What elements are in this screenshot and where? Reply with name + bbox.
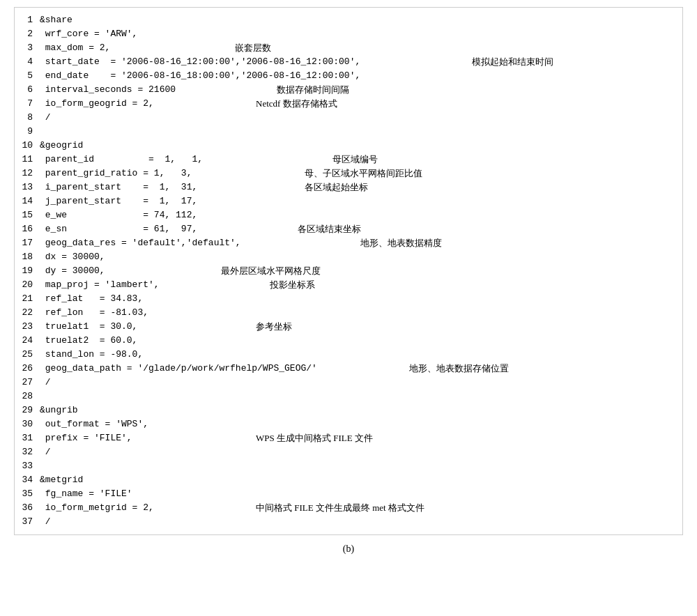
line-code: start_date = '2006-08-16_12:00:00','2006… <box>40 55 682 69</box>
line-code: / <box>40 445 682 459</box>
line-code: ref_lon = -81.03, <box>40 306 682 320</box>
line-code: geog_data_path = '/glade/p/work/wrfhelp/… <box>40 362 682 376</box>
line-annotation: 各区域起始坐标 <box>305 180 368 194</box>
code-line: 5 end_date = '2006-08-16_18:00:00','2006… <box>15 69 682 83</box>
line-number: 6 <box>15 83 40 97</box>
line-code: end_date = '2006-08-16_18:00:00','2006-0… <box>40 69 682 83</box>
line-code: &share <box>40 13 682 27</box>
code-line: 31 prefix = 'FILE',WPS 生成中间格式 FILE 文件 <box>15 431 682 445</box>
line-code: ref_lat = 34.83, <box>40 292 682 306</box>
code-line: 16 e_sn = 61, 97,各区域结束坐标 <box>15 222 682 236</box>
line-code: io_form_metgrid = 2,中间格式 FILE 文件生成最终 met… <box>40 501 682 515</box>
line-code: / <box>40 111 682 125</box>
line-code: e_sn = 61, 97,各区域结束坐标 <box>40 222 682 236</box>
line-annotation: 地形、地表数据精度 <box>360 236 442 250</box>
line-number: 22 <box>15 306 40 320</box>
line-number: 33 <box>15 459 40 473</box>
line-annotation: Netcdf 数据存储格式 <box>256 97 337 111</box>
line-number: 10 <box>15 139 40 153</box>
line-code: wrf_core = 'ARW', <box>40 27 682 41</box>
line-code: prefix = 'FILE',WPS 生成中间格式 FILE 文件 <box>40 431 682 445</box>
line-number: 1 <box>15 13 40 27</box>
line-number: 13 <box>15 180 40 194</box>
line-annotation: 参考坐标 <box>256 320 292 334</box>
line-number: 11 <box>15 153 40 167</box>
code-line: 37 / <box>15 515 682 529</box>
line-annotation: 数据存储时间间隔 <box>277 83 349 97</box>
line-annotation: 母区域编号 <box>332 153 378 167</box>
line-number: 28 <box>15 390 40 403</box>
line-code: io_form_geogrid = 2,Netcdf 数据存储格式 <box>40 97 682 111</box>
line-number: 17 <box>15 236 40 250</box>
code-line: 7 io_form_geogrid = 2,Netcdf 数据存储格式 <box>15 97 682 111</box>
code-line: 15 e_we = 74, 112, <box>15 208 682 222</box>
code-line: 26 geog_data_path = '/glade/p/work/wrfhe… <box>15 362 682 376</box>
line-annotation: 中间格式 FILE 文件生成最终 met 格式文件 <box>256 501 424 515</box>
code-line: 28 <box>15 390 682 403</box>
line-number: 4 <box>15 55 40 69</box>
line-number: 36 <box>15 501 40 515</box>
code-line: 35 fg_name = 'FILE' <box>15 487 682 501</box>
code-line: 23 truelat1 = 30.0,参考坐标 <box>15 320 682 334</box>
code-block: 1&share2 wrf_core = 'ARW',3 max_dom = 2,… <box>14 7 683 535</box>
code-line: 17 geog_data_res = 'default','default',地… <box>15 236 682 250</box>
line-code: fg_name = 'FILE' <box>40 487 682 501</box>
code-line: 6 interval_seconds = 21600数据存储时间间隔 <box>15 83 682 97</box>
code-line: 2 wrf_core = 'ARW', <box>15 27 682 41</box>
line-code: &ungrib <box>40 403 682 417</box>
line-number: 31 <box>15 431 40 445</box>
line-code: map_proj = 'lambert',投影坐标系 <box>40 278 682 292</box>
line-number: 34 <box>15 473 40 487</box>
code-line: 9 <box>15 125 682 139</box>
code-line: 14 j_parent_start = 1, 17, <box>15 194 682 208</box>
code-line: 33 <box>15 459 682 473</box>
line-number: 29 <box>15 403 40 417</box>
line-number: 2 <box>15 27 40 41</box>
line-number: 30 <box>15 417 40 431</box>
line-number: 15 <box>15 208 40 222</box>
code-line: 27 / <box>15 376 682 390</box>
line-number: 14 <box>15 194 40 208</box>
code-line: 34&metgrid <box>15 473 682 487</box>
line-number: 18 <box>15 250 40 264</box>
line-code: max_dom = 2,嵌套层数 <box>40 41 682 55</box>
code-line: 19 dy = 30000,最外层区域水平网格尺度 <box>15 264 682 278</box>
line-annotation: 各区域结束坐标 <box>298 222 361 236</box>
code-line: 10&geogrid <box>15 139 682 153</box>
line-annotation: 模拟起始和结束时间 <box>472 55 553 69</box>
line-annotation: 投影坐标系 <box>270 278 315 292</box>
code-line: 3 max_dom = 2,嵌套层数 <box>15 41 682 55</box>
code-line: 21 ref_lat = 34.83, <box>15 292 682 306</box>
code-line: 25 stand_lon = -98.0, <box>15 348 682 362</box>
line-number: 35 <box>15 487 40 501</box>
line-number: 20 <box>15 278 40 292</box>
code-line: 1&share <box>15 13 682 27</box>
line-annotation: WPS 生成中间格式 FILE 文件 <box>256 431 373 445</box>
line-code: geog_data_res = 'default','default',地形、地… <box>40 236 682 250</box>
line-code: interval_seconds = 21600数据存储时间间隔 <box>40 83 682 97</box>
line-number: 9 <box>15 125 40 139</box>
line-number: 5 <box>15 69 40 83</box>
line-number: 26 <box>15 362 40 376</box>
line-number: 21 <box>15 292 40 306</box>
figure-caption: (b) <box>343 544 354 555</box>
line-code: e_we = 74, 112, <box>40 208 682 222</box>
line-code: i_parent_start = 1, 31,各区域起始坐标 <box>40 180 682 194</box>
line-code: parent_grid_ratio = 1, 3,母、子区域水平网格间距比值 <box>40 167 682 180</box>
code-line: 13 i_parent_start = 1, 31,各区域起始坐标 <box>15 180 682 194</box>
line-number: 24 <box>15 334 40 348</box>
line-code: stand_lon = -98.0, <box>40 348 682 362</box>
code-line: 24 truelat2 = 60.0, <box>15 334 682 348</box>
code-line: 18 dx = 30000, <box>15 250 682 264</box>
code-line: 11 parent_id = 1, 1,母区域编号 <box>15 153 682 167</box>
line-code: truelat2 = 60.0, <box>40 334 682 348</box>
line-code: dx = 30000, <box>40 250 682 264</box>
line-annotation: 地形、地表数据存储位置 <box>409 362 509 376</box>
line-code: parent_id = 1, 1,母区域编号 <box>40 153 682 167</box>
line-number: 32 <box>15 445 40 459</box>
code-line: 12 parent_grid_ratio = 1, 3,母、子区域水平网格间距比… <box>15 167 682 180</box>
line-number: 27 <box>15 376 40 390</box>
line-number: 16 <box>15 222 40 236</box>
line-annotation: 嵌套层数 <box>235 41 271 55</box>
code-line: 29&ungrib <box>15 403 682 417</box>
